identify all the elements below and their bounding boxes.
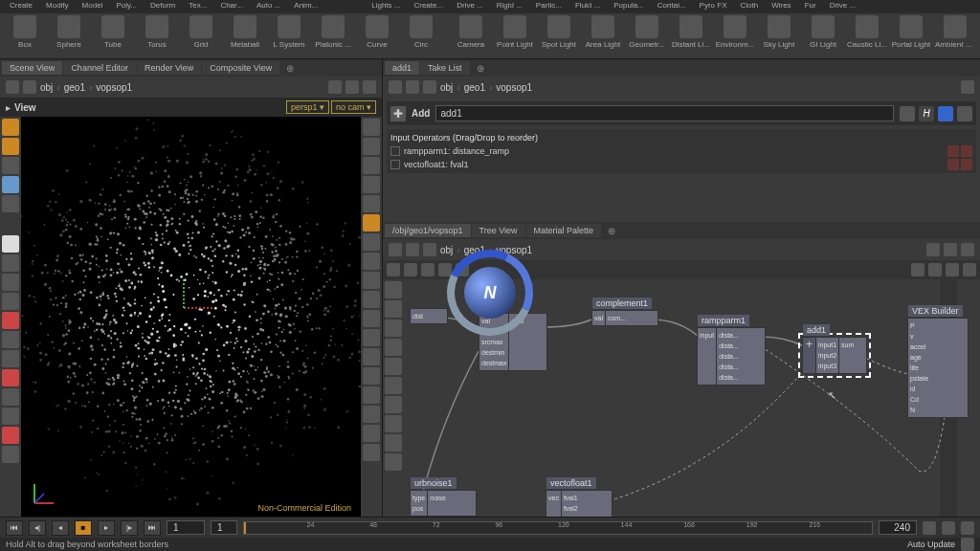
snap-icon[interactable]: [363, 444, 380, 461]
shelf-item[interactable]: Tube: [92, 15, 134, 56]
op-toggle-icon[interactable]: [390, 146, 400, 156]
layout-icon[interactable]: [961, 243, 974, 256]
shelf-item[interactable]: Sphere: [48, 15, 90, 56]
tab-material-palette[interactable]: Material Palette: [526, 224, 602, 237]
node-add1[interactable]: add1 + input1 input2 input3 sum: [802, 337, 867, 374]
node-nav-icon[interactable]: [385, 281, 402, 298]
cube-tool-icon[interactable]: [2, 138, 19, 155]
menu-tab[interactable]: Drive ...: [451, 0, 489, 13]
menu-tab[interactable]: Create: [4, 0, 38, 13]
shelf-item[interactable]: Curve: [356, 15, 398, 56]
playhead[interactable]: [244, 522, 246, 534]
snap-icon[interactable]: [363, 176, 380, 193]
tab-composite-view[interactable]: Composite View: [202, 61, 279, 75]
prev-key-button[interactable]: ◂|: [29, 520, 46, 536]
shelf-item[interactable]: Grid: [180, 15, 222, 56]
menu-tab[interactable]: Pyro FX: [694, 0, 733, 13]
op-delete-icon[interactable]: [947, 159, 959, 170]
tool-icon[interactable]: [2, 350, 19, 367]
shaded-icon[interactable]: [345, 80, 359, 94]
shelf-item[interactable]: Torus: [136, 15, 178, 56]
pin-icon[interactable]: [6, 80, 19, 94]
node-tool-icon[interactable]: [963, 263, 976, 276]
node-nav-icon[interactable]: [385, 358, 402, 375]
h-icon[interactable]: H: [919, 106, 934, 121]
pin-icon[interactable]: [389, 80, 402, 94]
last-frame-button[interactable]: ⏭: [144, 520, 161, 536]
node-tool-icon[interactable]: [928, 263, 942, 276]
snap-icon[interactable]: [363, 406, 380, 423]
bc-vopsop1[interactable]: vopsop1: [496, 245, 532, 255]
node-dist[interactable]: dist: [410, 308, 448, 324]
layout-icon[interactable]: [944, 243, 957, 256]
menu-tab[interactable]: Cloth: [734, 0, 764, 13]
viewport-canvas[interactable]: Non-Commercial Edition: [21, 117, 361, 517]
shelf-item[interactable]: Geometr...: [626, 15, 668, 56]
snap-icon[interactable]: [363, 214, 380, 231]
op-delete-icon[interactable]: [961, 159, 972, 170]
menu-tab[interactable]: Modify: [40, 0, 75, 13]
tool-icon[interactable]: [2, 293, 19, 310]
node-vectofloat1[interactable]: vectofloat1 vec fval1 fval2 fval3: [546, 490, 612, 517]
node-name-input[interactable]: [435, 105, 894, 121]
help-icon[interactable]: [957, 106, 972, 121]
snap-icon[interactable]: [363, 119, 380, 136]
tool-icon[interactable]: [2, 157, 19, 174]
snap-icon[interactable]: [363, 253, 380, 270]
tool-icon[interactable]: [2, 408, 19, 425]
input-op-row[interactable]: vectofloat1: fval1: [389, 158, 974, 171]
bc-obj[interactable]: obj: [440, 245, 453, 255]
node-fit1[interactable]: fit1 val srcmin srcmax destmin destmax s…: [479, 313, 547, 371]
menu-tab[interactable]: Tex...: [183, 0, 212, 13]
node-tool-icon[interactable]: [387, 263, 400, 276]
menu-tab[interactable]: Model: [77, 0, 109, 13]
home-icon[interactable]: [23, 80, 36, 94]
snap-icon[interactable]: [363, 310, 380, 327]
update-mode-dropdown[interactable]: Auto Update: [907, 540, 955, 549]
menu-tab[interactable]: Fur: [799, 0, 822, 13]
prev-frame-button[interactable]: ◂: [52, 520, 69, 536]
node-nav-icon[interactable]: [385, 300, 402, 318]
menu-tab[interactable]: Popula...: [608, 0, 650, 13]
tab-add1[interactable]: add1: [385, 61, 419, 75]
tool-icon[interactable]: [2, 274, 19, 291]
menu-tab[interactable]: Drive ...: [824, 0, 862, 13]
node-nav-icon[interactable]: [385, 453, 402, 471]
node-tool-icon[interactable]: [911, 263, 924, 276]
tab-add-icon[interactable]: ⊕: [602, 224, 621, 238]
snap-icon[interactable]: [363, 329, 380, 346]
menu-tab[interactable]: Create...: [408, 0, 449, 13]
flag-icon[interactable]: [961, 80, 974, 94]
snap-icon[interactable]: [363, 195, 380, 212]
back-icon[interactable]: [406, 243, 419, 256]
shelf-item[interactable]: Circ: [400, 15, 442, 56]
shelf-item[interactable]: GI Light: [802, 15, 844, 56]
shelf-item[interactable]: Sky Light: [758, 15, 800, 56]
tool-icon[interactable]: [2, 176, 19, 193]
bc-vopsop1[interactable]: vopsop1: [96, 82, 132, 93]
gear-icon[interactable]: [900, 106, 915, 121]
node-turbnoise1[interactable]: urbnoise1 type pos noise: [410, 490, 477, 517]
forward-icon[interactable]: [423, 243, 436, 256]
menu-tab[interactable]: Partic...: [530, 0, 568, 13]
tab-render-view[interactable]: Render View: [137, 61, 201, 75]
bc-geo1[interactable]: geo1: [464, 245, 485, 255]
next-key-button[interactable]: |▸: [121, 520, 138, 536]
node-tool-icon[interactable]: [404, 263, 417, 276]
forward-icon[interactable]: [423, 80, 436, 94]
info-icon[interactable]: [938, 106, 953, 121]
tool-icon[interactable]: [2, 331, 19, 348]
shelf-item[interactable]: Spot Light: [538, 15, 580, 56]
op-delete-icon[interactable]: [961, 145, 972, 157]
shelf-item[interactable]: L System: [268, 15, 310, 56]
shelf-item[interactable]: Environm...: [714, 15, 756, 56]
menu-tab[interactable]: Lights ...: [366, 0, 406, 13]
tool-icon[interactable]: [2, 388, 19, 406]
menu-tab[interactable]: Deform: [145, 0, 181, 13]
node-graph[interactable]: dist fit1 val srcmin srcmax destmin dest…: [383, 279, 980, 517]
bc-obj[interactable]: obj: [440, 82, 453, 93]
tool-icon[interactable]: [2, 446, 19, 463]
snap-icon[interactable]: [363, 367, 380, 385]
tab-scene-view[interactable]: Scene View: [2, 61, 62, 75]
tab-node-path[interactable]: /obj/geo1/vopsop1: [385, 224, 471, 237]
